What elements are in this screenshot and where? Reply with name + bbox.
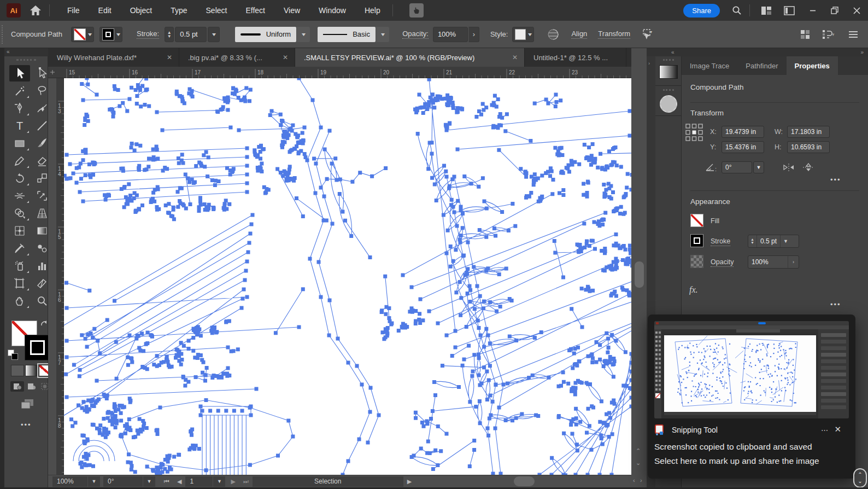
- last-artboard-icon[interactable]: ⏭: [243, 478, 249, 485]
- reference-point-grid[interactable]: [685, 123, 703, 142]
- rotation-dropdown[interactable]: ▼: [143, 476, 155, 487]
- status-mode-field[interactable]: Selection: [253, 476, 403, 487]
- menu-type[interactable]: Type: [171, 6, 187, 15]
- scroll-up-icon[interactable]: ⌃: [636, 447, 641, 455]
- artboard-canvas[interactable]: [64, 78, 631, 475]
- dock-expand-icon[interactable]: ›: [648, 61, 650, 66]
- document-setup-icon[interactable]: [547, 28, 559, 40]
- isolate-selection-icon[interactable]: ▾: [639, 28, 653, 40]
- stroke-stepper[interactable]: ▲▼: [748, 235, 757, 247]
- appearance-stroke-swatch[interactable]: [690, 234, 703, 247]
- width-profile-dropdown[interactable]: Uniform: [235, 27, 296, 42]
- arrange-documents-icon[interactable]: [761, 6, 772, 15]
- rotation-field[interactable]: 0°: [103, 476, 143, 487]
- menu-help[interactable]: Help: [365, 6, 380, 15]
- stroke-weight-dropdown[interactable]: ▼: [780, 235, 791, 247]
- opacity-panel-link[interactable]: Opacity:: [402, 30, 429, 39]
- draw-normal-button[interactable]: [10, 381, 24, 392]
- opacity-expand-button[interactable]: ›: [468, 27, 479, 42]
- first-artboard-icon[interactable]: ⏮: [164, 478, 169, 485]
- notification-close-icon[interactable]: ✕: [834, 424, 841, 434]
- selection-tool[interactable]: [9, 65, 30, 82]
- shape-builder-tool[interactable]: [9, 205, 30, 222]
- flip-horizontal-icon[interactable]: [783, 163, 795, 172]
- paragraph-options-icon[interactable]: ▾: [822, 30, 836, 39]
- toolbar-collapse[interactable]: «: [4, 48, 48, 56]
- stroke-color-dropdown[interactable]: ▾: [99, 27, 122, 42]
- brush-definition-dropdown[interactable]: Basic: [318, 27, 376, 42]
- flip-vertical-icon[interactable]: [802, 163, 814, 172]
- pen-tool[interactable]: [9, 100, 30, 117]
- horizontal-scrollbar-thumb[interactable]: [514, 476, 535, 486]
- workspace-switcher-icon[interactable]: [784, 6, 795, 15]
- opacity-expand-button[interactable]: ›: [788, 256, 799, 268]
- tab-close-icon[interactable]: ✕: [283, 54, 288, 61]
- default-fill-stroke-icon[interactable]: [8, 350, 20, 360]
- screenshot-thumbnail[interactable]: [654, 321, 849, 418]
- swap-fill-stroke-icon[interactable]: [40, 320, 48, 328]
- menu-view[interactable]: View: [284, 6, 300, 15]
- document-tab-willy-wirehand-pla[interactable]: Willy Wirehand Plate.dxf*✕: [48, 48, 179, 67]
- corner-scroll-pill[interactable]: ⌃ ⌄: [853, 468, 867, 488]
- panel-tab-image-trace[interactable]: Image Trace: [682, 56, 737, 75]
- pencil-tool[interactable]: [9, 153, 30, 169]
- menu-window[interactable]: Window: [319, 6, 346, 15]
- stroke-weight-field[interactable]: 0.5 pt: [175, 27, 207, 42]
- mesh-tool[interactable]: [9, 223, 30, 239]
- fill-label[interactable]: Fill: [711, 217, 719, 225]
- stroke-weight-group[interactable]: ▲▼ 0.5 pt ▼: [748, 235, 799, 248]
- tab-close-icon[interactable]: ✕: [167, 54, 172, 61]
- minimize-button[interactable]: [805, 7, 821, 14]
- y-field[interactable]: 15.4376 in: [722, 141, 764, 153]
- rotate-tool[interactable]: [9, 170, 30, 187]
- brush-definition-dropdown-button[interactable]: ▾: [376, 27, 389, 42]
- rectangle-tool[interactable]: [9, 135, 30, 152]
- panel-collapse-icon[interactable]: «: [671, 49, 675, 55]
- panel-expand-icon[interactable]: »: [860, 49, 864, 55]
- notification-more-icon[interactable]: ⋯: [821, 426, 829, 434]
- restore-button[interactable]: [826, 7, 843, 14]
- chevron-down-icon[interactable]: ⌄: [858, 478, 862, 485]
- width-profile-dropdown-button[interactable]: ▾: [297, 27, 310, 42]
- scroll-down-icon[interactable]: ⌄: [636, 459, 641, 467]
- menu-effect[interactable]: Effect: [245, 6, 265, 15]
- stroke-weight-value[interactable]: 0.5 pt: [757, 235, 780, 247]
- stroke-label[interactable]: Stroke: [711, 237, 730, 246]
- stroke-weight-stepper[interactable]: ▲▼: [165, 27, 174, 42]
- artboard-number-field[interactable]: 1: [185, 476, 213, 487]
- menu-list-icon[interactable]: [848, 31, 858, 38]
- horizontal-ruler[interactable]: 15161718192021222324: [48, 67, 631, 78]
- draw-behind-button[interactable]: [25, 381, 38, 392]
- status-expand-icon[interactable]: ▶: [407, 478, 412, 485]
- type-tool[interactable]: T: [9, 118, 30, 134]
- gradient-panel-icon[interactable]: [655, 56, 682, 86]
- width-tool[interactable]: [9, 188, 30, 204]
- home-icon[interactable]: [30, 5, 42, 16]
- chevron-up-icon[interactable]: ⌃: [858, 471, 862, 478]
- appearance-more-button[interactable]: •••: [830, 300, 841, 308]
- tab-overflow-button[interactable]: »: [626, 48, 631, 67]
- previous-artboard-icon[interactable]: ◀: [177, 478, 181, 485]
- opacity-field[interactable]: 100%: [433, 27, 468, 42]
- menu-edit[interactable]: Edit: [98, 6, 112, 15]
- app-logo-icon[interactable]: Ai: [7, 3, 21, 18]
- document-tab-small-etsy-previe[interactable]: .SMALL ETSY PREVIEW.ai* @ 100 % (RGB/Pre…: [295, 48, 525, 67]
- w-field[interactable]: 17.1803 in: [787, 126, 830, 138]
- search-icon[interactable]: [732, 5, 742, 15]
- tab-close-icon[interactable]: ✕: [512, 54, 518, 61]
- snipping-tool-notification[interactable]: Snipping Tool ⋯ ✕ Screenshot copied to c…: [648, 315, 855, 479]
- scroll-right-icon[interactable]: ›: [640, 477, 642, 484]
- fill-color-dropdown[interactable]: ▾: [71, 27, 94, 42]
- scroll-left-icon[interactable]: ‹: [633, 477, 635, 484]
- document-tab-big-pv-ai-8-33[interactable]: .big pv.ai* @ 8.33 % (...✕: [179, 48, 295, 67]
- stroke-proxy-swatch[interactable]: [25, 335, 50, 360]
- transparency-panel-icon[interactable]: [655, 86, 682, 116]
- menu-object[interactable]: Object: [130, 6, 152, 15]
- color-button[interactable]: [11, 365, 24, 376]
- document-tab-untitled-1-12-5[interactable]: Untitled-1* @ 12.5 % ...: [525, 48, 626, 67]
- menu-select[interactable]: Select: [206, 6, 227, 15]
- stroke-weight-dropdown[interactable]: ▾: [208, 27, 220, 42]
- control-bar-grip[interactable]: [2, 25, 3, 44]
- artboard-tool[interactable]: [9, 275, 30, 292]
- symbol-sprayer-tool[interactable]: [9, 258, 30, 274]
